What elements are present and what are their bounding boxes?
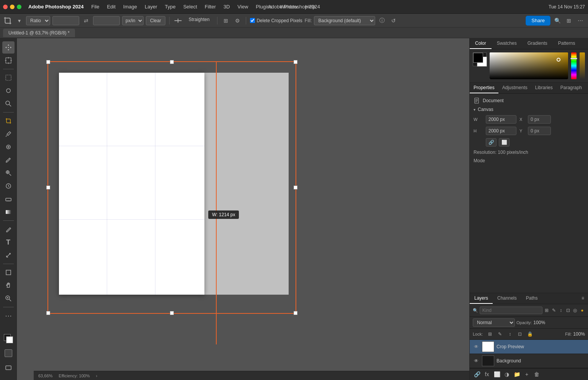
- brush-tool[interactable]: [2, 154, 15, 166]
- crop-tool-icon[interactable]: [3, 16, 12, 25]
- color-fg-swatch[interactable]: [473, 53, 483, 63]
- eyedropper-tool[interactable]: [2, 128, 15, 140]
- canvas-link-icon[interactable]: 🔗: [486, 138, 497, 147]
- path-selection-tool[interactable]: [2, 249, 15, 261]
- shape-tool[interactable]: [2, 266, 15, 279]
- color-picker-cursor[interactable]: [557, 58, 560, 62]
- canvas-width-input[interactable]: [486, 115, 516, 124]
- layers-edit-icon[interactable]: ✎: [551, 307, 557, 314]
- opacity-value[interactable]: 100%: [533, 320, 545, 325]
- quick-select-tool[interactable]: [2, 98, 15, 110]
- artboard-tool[interactable]: [2, 54, 15, 67]
- document-tab[interactable]: Untitled-1 @ 63,7% (RGB/8) *: [3, 29, 75, 37]
- more-icon[interactable]: ⋯: [576, 16, 585, 25]
- color-swatch-icon[interactable]: [2, 333, 15, 345]
- crop-options-icon[interactable]: ▾: [15, 16, 24, 25]
- history-brush-tool[interactable]: [2, 180, 15, 192]
- search-icon[interactable]: 🔍: [553, 16, 562, 25]
- tab-paragraph[interactable]: Paragraph: [557, 83, 586, 93]
- layer-adjustment-icon[interactable]: ◑: [503, 370, 511, 378]
- tab-properties[interactable]: Properties: [470, 83, 498, 93]
- fill-select[interactable]: Background (default): [314, 16, 375, 25]
- fill-value-layers[interactable]: 100%: [573, 331, 585, 337]
- menu-view[interactable]: View: [234, 2, 252, 11]
- crop-handle-bm[interactable]: [170, 311, 174, 315]
- menu-filter[interactable]: Filter: [201, 2, 220, 11]
- layers-color-icon[interactable]: ◎: [572, 307, 578, 314]
- delete-layer-icon[interactable]: 🗑: [532, 370, 541, 378]
- layers-move-icon[interactable]: ↕: [558, 307, 564, 314]
- settings-icon[interactable]: ⚙: [233, 16, 242, 25]
- grid-icon[interactable]: ⊞: [221, 16, 230, 25]
- tab-layers[interactable]: Layers: [470, 293, 493, 304]
- move-tool[interactable]: [2, 41, 15, 54]
- color-gradient-picker[interactable]: [490, 52, 568, 79]
- lock-all-btn[interactable]: 🔒: [526, 330, 534, 338]
- screen-mode-icon[interactable]: [2, 362, 15, 374]
- delete-cropped-label[interactable]: Delete Cropped Pixels: [250, 18, 302, 23]
- color-hue-indicator[interactable]: [570, 58, 577, 59]
- crop-tool[interactable]: [2, 115, 15, 127]
- lock-pixels-btn[interactable]: ⊞: [486, 330, 494, 338]
- width-input[interactable]: [52, 16, 79, 25]
- tab-color[interactable]: Color: [470, 38, 492, 49]
- color-hue-bar[interactable]: [571, 52, 577, 79]
- layer-item-background[interactable]: 👁 Background: [470, 354, 588, 368]
- tab-patterns[interactable]: Patterns: [553, 38, 581, 49]
- lock-position-btn[interactable]: ↕: [506, 330, 514, 338]
- tab-paths[interactable]: Paths: [521, 293, 542, 304]
- menu-select[interactable]: Select: [180, 2, 201, 11]
- tab-swatches[interactable]: Swatches: [492, 38, 522, 49]
- marquee-tool[interactable]: [2, 72, 15, 84]
- layers-active-icon[interactable]: ●: [580, 307, 585, 314]
- new-group-icon[interactable]: 📁: [513, 370, 521, 378]
- arrange-icon[interactable]: ⊞: [564, 16, 573, 25]
- share-button[interactable]: Share: [526, 16, 550, 26]
- straighten-btn[interactable]: Straighten: [185, 16, 214, 25]
- gradient-tool[interactable]: [2, 206, 15, 218]
- crop-handle-tr[interactable]: [294, 60, 297, 64]
- canvas-height-input[interactable]: [486, 127, 516, 135]
- tab-channels[interactable]: Channels: [493, 293, 521, 304]
- unit-select[interactable]: px/in: [122, 16, 144, 25]
- crop-handle-br[interactable]: [294, 311, 297, 315]
- lock-paint-btn[interactable]: ✎: [496, 330, 504, 338]
- height-input[interactable]: [93, 16, 120, 25]
- new-layer-icon[interactable]: +: [523, 370, 531, 378]
- menu-image[interactable]: Image: [119, 2, 141, 11]
- layer-visibility-crop[interactable]: 👁: [473, 343, 480, 350]
- layer-mask-icon[interactable]: ⬜: [493, 370, 501, 378]
- ratio-select[interactable]: Ratio: [26, 16, 50, 25]
- layers-more-icon[interactable]: ≡: [578, 293, 588, 304]
- clear-button[interactable]: Clear: [146, 16, 165, 25]
- canvas-section-title[interactable]: ▾ Canvas: [474, 107, 584, 112]
- layer-item-crop-preview[interactable]: 👁 Crop Preview: [470, 340, 588, 354]
- link-layers-icon[interactable]: 🔗: [473, 370, 481, 378]
- crop-handle-ml[interactable]: [46, 186, 50, 189]
- tab-adjustments[interactable]: Adjustments: [498, 83, 531, 93]
- layer-effects-icon[interactable]: fx: [483, 370, 491, 378]
- color-opacity-bar[interactable]: [580, 52, 585, 79]
- status-arrow[interactable]: ›: [96, 373, 97, 378]
- delete-cropped-checkbox[interactable]: [250, 18, 255, 23]
- crop-handle-bl[interactable]: [46, 311, 50, 315]
- canvas-portrait-icon[interactable]: ⬜: [499, 138, 510, 147]
- maximize-button[interactable]: [17, 5, 21, 9]
- lasso-tool[interactable]: [2, 85, 15, 97]
- lock-artboard-btn[interactable]: ⊡: [516, 330, 524, 338]
- crop-handle-tl[interactable]: [46, 60, 50, 64]
- info-icon[interactable]: ⓘ: [377, 16, 387, 25]
- minimize-button[interactable]: [10, 5, 15, 9]
- crop-handle-tm[interactable]: [170, 60, 174, 64]
- text-tool[interactable]: T: [2, 236, 15, 248]
- blend-mode-select[interactable]: Normal: [473, 318, 515, 327]
- canvas-x-input[interactable]: [528, 115, 551, 124]
- quick-mask-icon[interactable]: [2, 347, 15, 359]
- crop-handle-mr[interactable]: [294, 186, 297, 189]
- hand-tool[interactable]: [2, 279, 15, 292]
- canvas-y-input[interactable]: [528, 127, 551, 135]
- tab-gradients[interactable]: Gradients: [522, 38, 553, 49]
- healing-tool[interactable]: [2, 141, 15, 153]
- zoom-tool[interactable]: [2, 292, 15, 305]
- close-button[interactable]: [3, 5, 8, 9]
